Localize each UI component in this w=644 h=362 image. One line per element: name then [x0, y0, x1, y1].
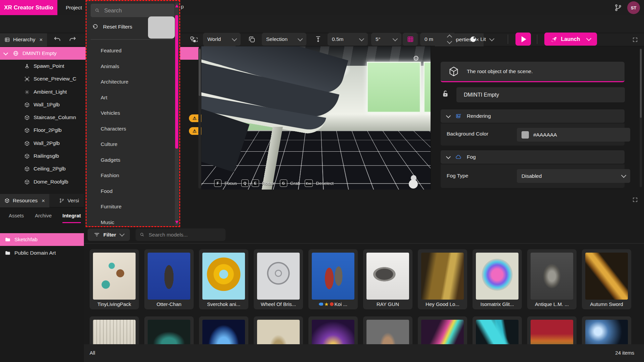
- dropdown-search-input[interactable]: [104, 7, 170, 14]
- subtab-assets[interactable]: Assets: [9, 209, 24, 222]
- user-avatar[interactable]: ST: [627, 1, 640, 14]
- stepper-arrows-icon[interactable]: [448, 35, 451, 43]
- scroll-up-arrow-icon[interactable]: [175, 4, 179, 7]
- launch-button[interactable]: Launch: [544, 33, 597, 46]
- expand-icon[interactable]: [632, 37, 638, 43]
- model-card[interactable]: Isomatrix Glit...: [473, 249, 522, 309]
- section-rendering[interactable]: Rendering: [441, 109, 625, 123]
- section-fog[interactable]: Fog: [441, 150, 625, 164]
- elevation-icon[interactable]: [311, 33, 325, 46]
- category-fashion[interactable]: Fashion: [87, 168, 174, 184]
- rocket-icon: [551, 36, 558, 43]
- folder-public-domain-art[interactable]: Public Domain Art: [0, 247, 84, 259]
- play-button[interactable]: [515, 33, 531, 46]
- version-history-icon[interactable]: [613, 3, 623, 13]
- background-color-input[interactable]: #AAAAAA: [517, 128, 630, 142]
- transform-space-icon[interactable]: [186, 33, 200, 46]
- shading-mode-select[interactable]: Lit: [465, 33, 498, 46]
- model-card[interactable]: Otter-Chan: [144, 249, 194, 309]
- globe-icon: [13, 50, 19, 56]
- tab-hierarchy[interactable]: Hierarchy ×: [0, 33, 47, 46]
- elevation-stepper[interactable]: 0 m: [420, 33, 456, 46]
- subtab-archive[interactable]: Archive: [35, 209, 52, 222]
- category-art[interactable]: Art: [87, 90, 174, 106]
- chevron-down-icon[interactable]: [3, 50, 8, 55]
- color-swatch[interactable]: [522, 131, 529, 139]
- model-card-label: Sverchok ani...: [207, 301, 240, 307]
- undo-icon[interactable]: [52, 33, 63, 46]
- menu-item-fragment[interactable]: p: [181, 4, 184, 10]
- divider: [84, 243, 644, 244]
- lock-icon[interactable]: [441, 89, 450, 98]
- dropdown-search-box[interactable]: [91, 4, 175, 17]
- subtab-integrations[interactable]: Integrat: [62, 209, 81, 223]
- footer-filter-all[interactable]: All: [90, 350, 95, 356]
- category-furniture[interactable]: Furniture: [87, 199, 174, 215]
- expand-icon[interactable]: [632, 197, 638, 203]
- search-icon: [140, 232, 145, 238]
- model-search-input[interactable]: [148, 231, 221, 238]
- scroll-down-arrow-icon[interactable]: [175, 221, 179, 224]
- key-e: E: [252, 179, 259, 187]
- category-culture[interactable]: Culture: [87, 137, 174, 152]
- reset-filters-label: Reset Filters: [103, 24, 132, 30]
- fog-type-value: Disabled: [522, 173, 542, 179]
- rotate-mode-icon[interactable]: [244, 33, 259, 46]
- model-card[interactable]: RAY GUN: [363, 249, 412, 309]
- model-card-label: Hey Good Lo...: [426, 301, 459, 307]
- gizmo-x-handle[interactable]: X: [410, 159, 419, 168]
- model-thumbnail: [312, 253, 354, 300]
- reset-filters-button[interactable]: Reset Filters: [92, 20, 132, 33]
- hierarchy-scrollbar[interactable]: [198, 48, 201, 189]
- filter-button[interactable]: Filter: [88, 228, 130, 241]
- model-card[interactable]: Antique L.M. ...: [527, 249, 577, 309]
- folder-icon: [5, 250, 11, 256]
- gizmo-y-handle[interactable]: Y: [395, 146, 404, 155]
- model-card[interactable]: TinyLivingPack: [90, 249, 139, 309]
- category-animals[interactable]: Animals: [87, 59, 174, 74]
- model-card[interactable]: Hey Good Lo...: [418, 249, 467, 309]
- fog-type-select[interactable]: Disabled: [517, 169, 630, 183]
- model-search-box[interactable]: [136, 228, 226, 241]
- menu-project[interactable]: Project: [62, 0, 85, 15]
- gizmo-z-handle[interactable]: Z: [395, 165, 404, 174]
- category-vehicles[interactable]: Vehicles: [87, 105, 174, 121]
- viewport-settings-gear-icon[interactable]: ⚙: [413, 54, 419, 62]
- world-space-select[interactable]: World: [203, 33, 241, 46]
- redo-icon[interactable]: [67, 33, 78, 46]
- shortcut-label: Rotate: [262, 181, 276, 186]
- elevation-value: 0 m: [425, 36, 433, 42]
- model-card-label: Wheel Of Bris...: [261, 301, 296, 307]
- background-color-label: Background Color: [447, 131, 488, 137]
- tab-versions[interactable]: Versi: [57, 194, 81, 207]
- model-card[interactable]: Autumn Sword: [582, 249, 631, 309]
- tab-resources[interactable]: Resources ×: [0, 194, 49, 207]
- model-card[interactable]: Wheel Of Bris...: [254, 249, 303, 309]
- rotate-snap-select[interactable]: 5°: [371, 33, 401, 46]
- gizmo-neg-x-handle[interactable]: [381, 160, 389, 167]
- close-icon[interactable]: ×: [39, 37, 43, 43]
- filter-icon: [94, 231, 100, 238]
- scene-viewport[interactable]: ⚙ Y X Z F Focus Q E Rotate G Gra: [201, 46, 431, 190]
- move-snap-select[interactable]: 0.5m: [328, 33, 368, 46]
- properties-scrollbar[interactable]: [640, 48, 642, 187]
- model-card[interactable]: ★ Koi ...: [308, 249, 358, 309]
- selection-mode-select[interactable]: Selection: [262, 33, 306, 46]
- box-icon: [448, 66, 459, 77]
- grid-snap-toggle[interactable]: [403, 33, 418, 46]
- folder-sketchfab[interactable]: Sketchfab: [0, 233, 84, 246]
- warning-icon: ⚠: [193, 116, 197, 121]
- close-icon[interactable]: ×: [42, 198, 45, 204]
- category-music[interactable]: Music: [87, 215, 174, 227]
- tree-item-label: Wall_1Pglb: [34, 102, 60, 108]
- object-name-field[interactable]: DMINTI Empty: [456, 87, 625, 102]
- category-architecture[interactable]: Architecture: [87, 74, 174, 90]
- category-characters[interactable]: Characters: [87, 121, 174, 137]
- category-featured[interactable]: Featured: [87, 43, 174, 59]
- model-card[interactable]: Sverchok ani...: [199, 249, 248, 309]
- gizmo-center-handle[interactable]: [397, 161, 403, 166]
- category-food[interactable]: Food: [87, 184, 174, 199]
- category-gadgets[interactable]: Gadgets: [87, 152, 174, 168]
- dropdown-scrollbar-thumb[interactable]: [175, 15, 178, 149]
- app-logo[interactable]: XR Creator Studio: [0, 0, 57, 15]
